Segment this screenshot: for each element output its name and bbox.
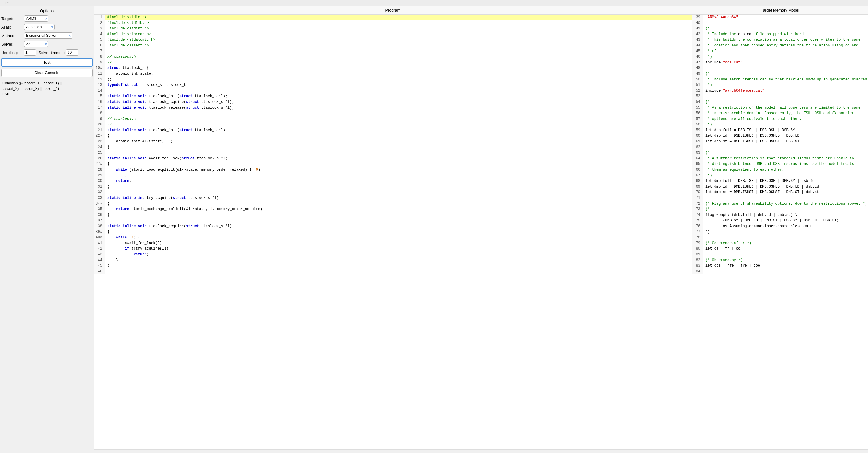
- line-number: 20: [94, 122, 105, 128]
- console-output: Condition ((((!assert_0 || !assert_1) ||…: [1, 79, 93, 452]
- right-panel: Target Memory Model 39"ARMv8 AArch64"40 …: [692, 6, 868, 453]
- unrolling-input[interactable]: [24, 50, 36, 56]
- line-number: 35: [94, 206, 105, 212]
- line-number: 40⊝: [94, 235, 105, 240]
- clear-console-button[interactable]: Clear Console: [1, 68, 93, 77]
- mem-line-content: * As a restriction of the model, all obs…: [703, 105, 868, 111]
- mem-code-area: 39"ARMv8 AArch64"40 41(*42 * Include the…: [692, 15, 868, 274]
- line-content: [105, 88, 692, 94]
- mem-line-content: "ARMv8 AArch64": [703, 15, 868, 20]
- mem-line-content: let dsb.st = DSB.ISHST | DSB.OSHST | DSB…: [703, 139, 868, 144]
- line-number: 27⊝: [94, 161, 105, 167]
- line-number: 42: [94, 246, 105, 252]
- mem-line-number: 74: [692, 212, 703, 218]
- solver-timeout-label: Solver timeout:: [38, 50, 65, 55]
- line-content: ;: [105, 173, 692, 178]
- line-content: #include <stdio.h>: [105, 15, 692, 20]
- table-row: 83let obs = rfe | fre | coe: [692, 263, 868, 269]
- table-row: 38static inline void ttaslock_acquire(st…: [94, 223, 692, 229]
- table-row: 64 * A further restriction is that stand…: [692, 156, 868, 162]
- line-number: 28: [94, 167, 105, 173]
- table-row: 45}: [94, 263, 692, 269]
- alias-select[interactable]: Andersen Steensgaard: [24, 24, 55, 30]
- line-number: 12: [94, 77, 105, 83]
- line-content: #include <stdatomic.h>: [105, 37, 692, 43]
- table-row: 20//: [94, 122, 692, 128]
- line-number: 8: [94, 54, 105, 60]
- table-row: 9//: [94, 60, 692, 65]
- test-button[interactable]: Test: [1, 58, 93, 67]
- method-select[interactable]: Incremental Solver Basic: [24, 32, 72, 38]
- table-row: 54(*: [692, 99, 868, 105]
- program-header: Program: [94, 6, 692, 15]
- line-content: }: [105, 184, 692, 190]
- line-content: #include <stdlib.h>: [105, 20, 692, 26]
- mem-line-number: 49: [692, 71, 703, 77]
- table-row: 15static inline void ttaslock_init(struc…: [94, 93, 692, 99]
- line-number: 1: [94, 15, 105, 20]
- table-row: 79(* Coherence-after *): [692, 240, 868, 246]
- table-row: 10⊝struct ttaslock_s {: [94, 65, 692, 71]
- mem-line-content: (*: [703, 99, 868, 105]
- mem-line-number: 57: [692, 116, 703, 122]
- mem-line-number: 79: [692, 240, 703, 246]
- mem-line-content: * A further restriction is that standard…: [703, 156, 868, 162]
- center-scrollbar[interactable]: [94, 449, 692, 453]
- line-content: static inline void await_for_lock(struct…: [105, 156, 692, 162]
- table-row: 80let ca = fr | co: [692, 246, 868, 252]
- mem-line-content: [703, 93, 868, 99]
- mem-line-content: [703, 20, 868, 26]
- line-number: 7: [94, 49, 105, 54]
- line-number: 39⊝: [94, 229, 105, 235]
- line-content: {: [105, 201, 692, 207]
- line-content: if (!try_acquire(l)): [105, 246, 692, 252]
- mem-line-content: [703, 195, 868, 201]
- solver-select-wrapper: Z3 CVC4 ▿: [24, 41, 48, 47]
- target-label: Target:: [1, 17, 24, 21]
- right-scrollbar[interactable]: [692, 449, 868, 453]
- line-number: 44: [94, 257, 105, 263]
- line-number: 46: [94, 269, 105, 275]
- mem-line-content: * Include the cos.cat file shipped with …: [703, 32, 868, 37]
- line-content: static inline void ttaslock_acquire(stru…: [105, 223, 692, 229]
- table-row: 34⊝{: [94, 201, 692, 207]
- table-row: 73(*: [692, 206, 868, 212]
- line-number: 19: [94, 116, 105, 122]
- target-select[interactable]: ARM8 x86 RISC-V: [24, 16, 48, 22]
- table-row: 53: [692, 93, 868, 99]
- line-content: static inline int try_acquire(struct tta…: [105, 195, 692, 201]
- table-row: 11 atomic_int state;: [94, 71, 692, 77]
- line-content: static inline void ttaslock_init(struct …: [105, 128, 692, 133]
- table-row: 28 while (atomic_load_explicit(&l->state…: [94, 167, 692, 173]
- mem-line-number: 54: [692, 99, 703, 105]
- code-area: 1#include <stdio.h>2#include <stdlib.h>3…: [94, 15, 692, 274]
- table-row: 26static inline void await_for_lock(stru…: [94, 156, 692, 162]
- table-row: 22⊝{: [94, 133, 692, 139]
- mem-line-number: 59: [692, 128, 703, 133]
- line-content: }: [105, 212, 692, 218]
- mem-line-content: [703, 65, 868, 71]
- mem-line-content: * Include aarch64fences.cat so that barr…: [703, 77, 868, 83]
- mem-line-number: 71: [692, 195, 703, 201]
- table-row: 75 (DMB.SY | DMB.LD | DMB.ST | DSB.SY | …: [692, 218, 868, 223]
- mem-line-content: * inner-shareable domain. Consequently, …: [703, 111, 868, 116]
- table-row: 39⊝{: [94, 229, 692, 235]
- solver-select[interactable]: Z3 CVC4: [24, 41, 48, 47]
- mem-line-number: 81: [692, 252, 703, 257]
- mem-line-number: 44: [692, 43, 703, 49]
- mem-line-number: 46: [692, 54, 703, 60]
- table-row: 17static inline void ttaslock_release(st…: [94, 105, 692, 111]
- file-menu[interactable]: File: [2, 1, 9, 5]
- mem-line-content: [703, 252, 868, 257]
- memory-model-container[interactable]: 39"ARMv8 AArch64"40 41(*42 * Include the…: [692, 15, 868, 449]
- table-row: 48: [692, 65, 868, 71]
- line-number: 13: [94, 82, 105, 88]
- table-row: 71: [692, 195, 868, 201]
- line-number: 17: [94, 105, 105, 111]
- table-row: 2#include <stdlib.h>: [94, 20, 692, 26]
- code-container[interactable]: 1#include <stdio.h>2#include <stdlib.h>3…: [94, 15, 692, 449]
- table-row: 59let dsb.full = DSB.ISH | DSB.OSH | DSB…: [692, 128, 868, 133]
- mem-line-content: include "cos.cat": [703, 60, 868, 65]
- mem-line-number: 56: [692, 111, 703, 116]
- solver-timeout-input[interactable]: [66, 50, 78, 56]
